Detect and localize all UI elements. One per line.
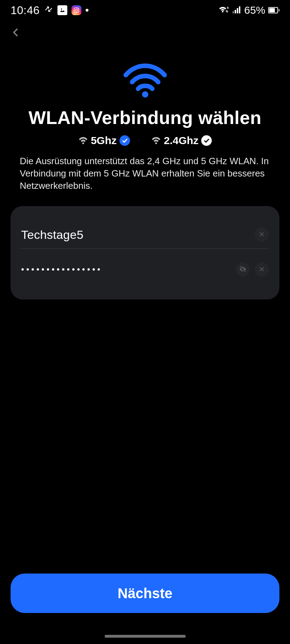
- password-input[interactable]: [21, 265, 231, 274]
- nav-bar: [0, 20, 290, 45]
- wifi-icon: [151, 137, 161, 144]
- clear-password-button[interactable]: [255, 262, 269, 277]
- svg-point-2: [75, 9, 78, 11]
- next-button-label: Nächste: [118, 586, 173, 601]
- cellular-signal-icon: [232, 4, 241, 16]
- svg-rect-7: [235, 10, 236, 13]
- band-label: 2.4Ghz: [164, 135, 198, 147]
- status-bar: 10:46 6: [0, 0, 290, 20]
- status-left: 10:46: [11, 4, 88, 17]
- home-indicator[interactable]: [105, 635, 186, 638]
- description-text: Die Ausrüstung unterstützt das 2,4 GHz u…: [20, 155, 270, 192]
- svg-text:6: 6: [227, 6, 229, 10]
- svg-rect-6: [233, 11, 234, 13]
- instagram-icon: [72, 5, 81, 15]
- ssid-field-row: [21, 222, 269, 247]
- svg-rect-9: [239, 6, 240, 13]
- band-option-5ghz[interactable]: 5Ghz: [78, 135, 130, 147]
- battery-icon: [268, 7, 279, 13]
- svg-point-11: [82, 142, 84, 144]
- close-icon: [259, 266, 265, 273]
- toggle-password-visibility-button[interactable]: [236, 262, 250, 277]
- wifi-credentials-card: [11, 206, 279, 299]
- checkmark-icon: [201, 135, 212, 146]
- status-right: 6 65%: [218, 4, 279, 16]
- svg-point-0: [61, 8, 62, 10]
- bottom-actions: Nächste: [11, 574, 279, 613]
- band-label: 5Ghz: [91, 135, 117, 147]
- password-field-row: [21, 257, 269, 282]
- svg-point-10: [142, 91, 148, 98]
- svg-point-3: [78, 8, 78, 9]
- close-icon: [259, 231, 265, 238]
- back-button[interactable]: [7, 24, 25, 42]
- eye-off-icon: [239, 265, 247, 274]
- svg-point-4: [222, 11, 224, 13]
- more-notifications-dot-icon: [86, 9, 88, 12]
- page-title: WLAN-Verbindung wählen: [29, 107, 261, 128]
- status-time: 10:46: [11, 4, 40, 17]
- next-button[interactable]: Nächste: [11, 574, 279, 613]
- gallery-icon: [57, 5, 67, 15]
- svg-point-12: [155, 142, 157, 144]
- wifi-hero-icon: [121, 63, 170, 98]
- clear-ssid-button[interactable]: [255, 228, 269, 242]
- svg-rect-8: [237, 8, 238, 13]
- nfc-icon: [44, 4, 53, 16]
- wifi6-icon: 6: [218, 4, 229, 16]
- band-selector: 5Ghz 2.4Ghz: [78, 135, 212, 147]
- checkmark-icon: [119, 135, 130, 146]
- divider: [21, 248, 269, 249]
- band-option-2.4ghz[interactable]: 2.4Ghz: [151, 135, 212, 147]
- chevron-left-icon: [11, 25, 21, 41]
- battery-text: 65%: [244, 4, 265, 16]
- wifi-icon: [78, 137, 88, 144]
- ssid-input[interactable]: [21, 228, 250, 242]
